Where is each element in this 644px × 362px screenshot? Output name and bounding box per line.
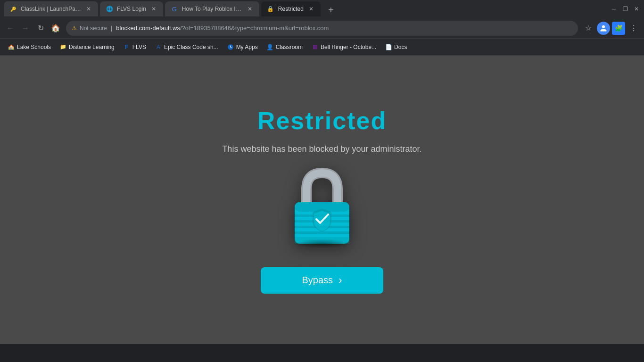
classlink-favicon: 🔑 [9,5,17,13]
tab-classlink-title: ClassLink | LaunchPad Login [21,6,81,12]
bookmark-docs[interactable]: 📄 Docs [381,41,411,53]
bell-ringer-icon: ▦ [311,43,319,51]
blocked-message: This website has been blocked by your ad… [222,144,421,154]
bookmark-classroom-label: Classroom [276,44,303,50]
title-bar: 🔑 ClassLink | LaunchPad Login ✕ 🌐 FLVS L… [0,0,644,18]
tab-restricted-close[interactable]: ✕ [307,5,315,13]
tab-roblox-close[interactable]: ✕ [246,5,254,13]
address-path: /?ol=18935788646&type=chromium-m&url=rob… [180,25,329,32]
reload-button[interactable]: ↻ [34,22,47,35]
bookmark-lake-schools[interactable]: 🏫 Lake Schools [4,41,55,53]
profile-icon [600,25,607,32]
extensions-icon: 🧩 [615,25,623,32]
bookmark-flvs-label: FLVS [132,44,146,50]
epic-class-icon: A [155,43,162,51]
tab-restricted[interactable]: 🔒 Restricted ✕ [261,1,321,16]
bookmark-my-apps[interactable]: My Apps [223,41,262,53]
bookmark-my-apps-label: My Apps [236,44,258,50]
toolbar: ← → ↻ 🏠 ⚠ Not secure | blocked.com-defau… [0,18,644,39]
bypass-arrow-icon: › [339,274,342,287]
not-secure-label: Not secure [80,25,107,32]
chrome-menu-button[interactable]: ⋮ [627,22,640,35]
window-controls: ─ ❐ ✕ [610,5,640,13]
forward-button[interactable]: → [19,22,32,35]
page-title: Restricted [257,107,387,135]
bookmark-star-button[interactable]: ☆ [582,22,595,35]
classroom-icon: 👤 [266,43,274,51]
page-content: Restricted This website has been blocked… [0,56,644,344]
bypass-button[interactable]: Bypass › [261,267,383,294]
restricted-favicon: 🔒 [267,5,274,13]
tab-flvs-title: FLVS Login [117,6,146,12]
tab-roblox-title: How To Play Roblox If Your On C [182,6,242,12]
bookmark-epic-class[interactable]: A Epic Class Code sh... [151,41,222,53]
not-secure-icon: ⚠ [72,25,77,32]
tab-roblox[interactable]: G How To Play Roblox If Your On C ✕ [165,1,259,16]
tab-classlink-close[interactable]: ✕ [85,5,92,13]
bookmarks-bar: 🏫 Lake Schools 📁 Distance Learning F FLV… [0,39,644,56]
bookmark-docs-label: Docs [394,44,407,50]
tab-classlink[interactable]: 🔑 ClassLink | LaunchPad Login ✕ [4,1,98,16]
roblox-favicon: G [171,5,178,13]
bypass-button-label: Bypass [302,275,333,286]
bookmark-epic-class-label: Epic Class Code sh... [164,44,218,50]
address-separator: | [111,25,112,32]
bookmark-distance-learning[interactable]: 📁 Distance Learning [56,41,118,53]
lake-schools-icon: 🏫 [8,43,15,51]
bookmark-lake-schools-label: Lake Schools [17,44,51,50]
address-bar[interactable]: ⚠ Not secure | blocked.com-default.ws/?o… [66,21,578,36]
minimize-button[interactable]: ─ [610,5,618,13]
flvs-favicon: 🌐 [106,5,113,13]
distance-learning-icon: 📁 [59,43,67,51]
home-button[interactable]: 🏠 [49,22,62,35]
address-domain: blocked.com-default.ws [116,25,180,32]
new-tab-button[interactable]: + [324,3,338,16]
tab-flvs[interactable]: 🌐 FLVS Login ✕ [100,1,163,16]
lock-shadow [294,239,350,248]
docs-icon: 📄 [385,43,392,51]
bookmark-distance-learning-label: Distance Learning [69,44,115,50]
lock-icon [284,164,360,248]
back-button[interactable]: ← [4,22,17,35]
bookmark-flvs[interactable]: F FLVS [119,41,150,53]
restore-button[interactable]: ❐ [621,5,629,13]
flvs-bm-icon: F [123,43,131,51]
lock-icon-container [284,164,360,248]
extensions-button[interactable]: 🧩 [612,22,625,35]
bookmark-bell-ringer[interactable]: ▦ Bell Ringer - Octobe... [307,41,380,53]
address-text: blocked.com-default.ws/?ol=18935788646&t… [116,25,572,32]
profile-button[interactable] [597,22,610,35]
close-button[interactable]: ✕ [633,5,640,13]
tab-flvs-close[interactable]: ✕ [150,5,157,13]
tab-restricted-title: Restricted [278,6,304,12]
bookmark-bell-ringer-label: Bell Ringer - Octobe... [321,44,376,50]
my-apps-icon [227,43,234,51]
bookmark-classroom[interactable]: 👤 Classroom [263,41,306,53]
